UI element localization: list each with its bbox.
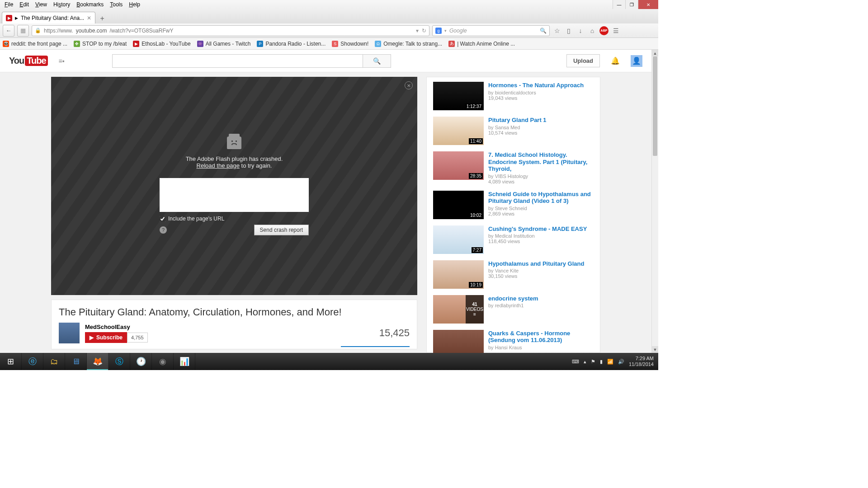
help-icon[interactable]: ? [160, 226, 167, 234]
bookmark-showdown[interactable]: SShowdown! [332, 41, 368, 47]
related-video[interactable]: 41VIDEOS≡ endocrine system by redlabyrin… [433, 295, 594, 324]
browser-tab[interactable]: ▶ ▶ The Pituitary Gland: Ana... ✕ [2, 12, 95, 23]
menu-file[interactable]: File [2, 0, 16, 9]
related-views: 10,574 views [488, 130, 547, 136]
menu-help[interactable]: Help [126, 0, 143, 9]
subscribe-button[interactable]: ▶Subscribe [85, 332, 127, 343]
video-thumbnail[interactable]: 10:19 [433, 260, 484, 289]
scroll-thumb[interactable] [653, 56, 657, 156]
bookmark-omegle[interactable]: ΩOmegle: Talk to strang... [375, 41, 442, 47]
channel-thumbnail[interactable] [59, 323, 80, 343]
video-thumbnail[interactable]: 41VIDEOS≡ [433, 295, 484, 324]
close-window-button[interactable]: ✕ [638, 0, 658, 9]
hamburger-icon[interactable]: ☰ [611, 27, 620, 34]
bookmark-star-icon[interactable]: ☆ [552, 27, 561, 34]
new-tab-button[interactable]: + [96, 14, 108, 23]
scroll-down-icon[interactable]: ▼ [652, 346, 658, 353]
bookmark-ethoslab[interactable]: ▶EthosLab - YouTube [133, 41, 190, 47]
downloads-icon[interactable]: ↓ [576, 27, 585, 34]
guide-icon[interactable]: ≡▪ [59, 57, 65, 65]
taskbar-clock[interactable]: 7:29 AM11/18/2014 [629, 356, 656, 367]
video-thumbnail[interactable]: 10:02 [433, 191, 484, 219]
flag-icon[interactable]: ⚑ [591, 359, 595, 365]
wifi-icon[interactable]: 📶 [607, 359, 613, 365]
account-avatar[interactable]: 👤 [631, 55, 642, 67]
youtube-favicon: ▶ [6, 15, 12, 21]
search-dropdown-icon[interactable]: ▾ [444, 28, 447, 33]
bookmark-pandora[interactable]: PPandora Radio - Listen... [257, 41, 326, 47]
bookmark-twitch[interactable]: 👾All Games - Twitch [197, 41, 251, 47]
firefox-icon[interactable]: 🦊 [87, 353, 108, 370]
menu-history[interactable]: History [51, 0, 73, 9]
related-channel: by VIBS Histology [488, 174, 594, 179]
clock-icon[interactable]: 🕐 [130, 353, 152, 370]
ie-icon[interactable]: ⓔ [22, 353, 43, 370]
send-crash-button[interactable]: Send crash report [254, 225, 309, 235]
skype-icon[interactable]: Ⓢ [108, 353, 130, 370]
url-dropdown-icon[interactable]: ▾ ↻ [416, 28, 426, 34]
url-field[interactable]: 🔒 https://www.youtube.com/watch?v=OTG8Su… [32, 25, 429, 36]
related-video[interactable]: 7:27 Cushing's Syndrome - MADE EASY by M… [433, 225, 594, 254]
keyboard-icon[interactable]: ⌨ [572, 359, 579, 365]
upload-button[interactable]: Upload [566, 54, 600, 67]
close-overlay-icon[interactable]: ✕ [405, 81, 413, 89]
search-field[interactable]: g ▾ Google 🔍 [432, 25, 550, 36]
include-url-row[interactable]: Include the page's URL [160, 216, 309, 222]
desktop-icon[interactable]: 🖥 [65, 353, 87, 370]
bookmark-anime[interactable]: あ| Watch Anime Online ... [448, 41, 515, 47]
related-video[interactable]: 11:40 Pitutary Gland Part 1 by Sansa Med… [433, 117, 594, 145]
menu-tools[interactable]: Tools [107, 0, 125, 9]
tab-title: The Pituitary Gland: Ana... [21, 15, 84, 21]
back-button[interactable]: ← [3, 25, 14, 37]
tray-up-icon[interactable]: ▴ [584, 359, 586, 365]
start-button[interactable]: ⊞ [0, 353, 22, 370]
app-icon[interactable]: 📊 [174, 353, 195, 370]
notifications-icon[interactable]: 🔔 [611, 56, 620, 65]
search-input[interactable] [112, 54, 363, 68]
scroll-up-icon[interactable]: ▲ [652, 50, 658, 56]
close-tab-icon[interactable]: ✕ [87, 15, 91, 21]
adblock-icon[interactable]: ABP [599, 26, 609, 35]
related-video[interactable]: 10:19 Hypothalamus and Pituitary Gland b… [433, 260, 594, 289]
video-thumbnail[interactable]: 1:12:37 [433, 82, 484, 110]
crash-lego-icon [227, 136, 241, 149]
url-host: youtube.com [76, 28, 107, 34]
related-video[interactable]: Quarks & Caspers - Hormone (Sendung vom … [433, 330, 594, 353]
include-url-checkbox[interactable] [160, 216, 165, 222]
home-icon[interactable]: ⌂ [588, 27, 597, 34]
related-views: 30,150 views [488, 273, 584, 279]
video-player: ✕ The Adobe Flash plugin has crashed. Re… [51, 77, 417, 295]
bookmark-4chan[interactable]: ✤STOP to my /b/eat [74, 41, 127, 47]
related-video[interactable]: 10:02 Schneid Guide to Hypothalamus and … [433, 191, 594, 219]
restore-button[interactable]: ❐ [625, 0, 638, 9]
reload-link[interactable]: Reload the page [197, 162, 240, 169]
video-info: The Pituitary Gland: Anatomy, Circulatio… [51, 300, 417, 349]
bookmark-reddit[interactable]: 👽reddit: the front page ... [3, 41, 67, 47]
search-button[interactable]: 🔍 [363, 54, 391, 68]
battery-icon[interactable]: ▮ [600, 359, 603, 365]
volume-icon[interactable]: 🔊 [618, 359, 624, 365]
scrollbar[interactable]: ▲ ▼ [651, 50, 658, 353]
menu-bookmarks[interactable]: Bookmarks [74, 0, 106, 9]
search-icon[interactable]: 🔍 [540, 28, 547, 34]
youtube-search: 🔍 [112, 54, 391, 68]
reading-list-icon[interactable]: ▯ [564, 27, 573, 34]
minimize-button[interactable]: — [613, 0, 625, 9]
video-thumbnail[interactable] [433, 330, 484, 353]
duration-badge: 10:02 [469, 212, 483, 218]
explorer-icon[interactable]: 🗂 [43, 353, 65, 370]
crash-comment-input[interactable] [160, 178, 309, 212]
video-thumbnail[interactable]: 28:35 [433, 151, 484, 180]
taskbar: ⊞ ⓔ 🗂 🖥 🦊 Ⓢ 🕐 ◉ 📊 ⌨ ▴ ⚑ ▮ 📶 🔊 7:29 AM11/… [0, 353, 658, 370]
video-thumbnail[interactable]: 11:40 [433, 117, 484, 145]
video-thumbnail[interactable]: 7:27 [433, 225, 484, 254]
menu-edit[interactable]: Edit [17, 0, 32, 9]
youtube-logo[interactable]: YouTube [9, 56, 48, 66]
channel-name[interactable]: MedSchoolEasy [85, 324, 148, 330]
related-video[interactable]: 1:12:37 Hormones - The Natural Approach … [433, 82, 594, 110]
bookmarks-toolbar: 👽reddit: the front page ... ✤STOP to my … [0, 38, 658, 50]
identity-button[interactable]: ▦ [17, 25, 29, 37]
menu-view[interactable]: View [33, 0, 50, 9]
related-video[interactable]: 28:35 7. Medical School Histology. Endoc… [433, 151, 594, 184]
steam-icon[interactable]: ◉ [152, 353, 174, 370]
